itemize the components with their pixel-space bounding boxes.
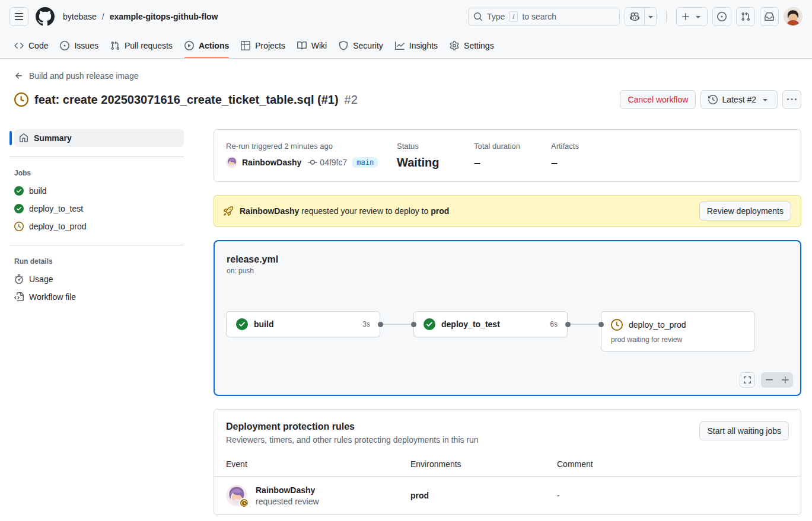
zoom-out-button[interactable] [761,372,777,388]
breadcrumb-repo-link[interactable]: example-gitops-github-flow [110,12,218,21]
usage-icon [14,274,24,284]
start-all-waiting-jobs-button[interactable]: Start all waiting jobs [699,421,789,440]
node-subtext: prod waiting for review [611,335,745,344]
tab-settings[interactable]: Settings [445,33,499,58]
trigger-info: Re-run triggered 2 minutes ago RainbowDa… [226,142,397,170]
latest-run-dropdown[interactable]: Latest #2 [700,90,778,109]
success-check-icon [14,204,24,213]
search-icon [473,12,483,21]
status-stat: Status Waiting [397,142,474,170]
reviewer-avatar [226,485,247,506]
pull-requests-button[interactable] [736,7,755,26]
review-deployments-button[interactable]: Review deployments [699,202,791,220]
fullscreen-button[interactable] [740,372,755,388]
tab-pull-requests[interactable]: Pull requests [106,33,177,58]
duration-stat: Total duration – [474,142,551,170]
protection-rules-titles: Deployment protection rules Reviewers, t… [226,421,479,445]
cancel-workflow-button[interactable]: Cancel workflow [620,90,696,109]
graph-controls [740,372,793,388]
tab-wiki[interactable]: Wiki [292,33,332,58]
tab-label: Issues [74,41,98,50]
zoom-out-icon [765,375,774,385]
code-icon [14,41,24,50]
kebab-icon [787,95,797,104]
waiting-clock-icon [14,222,24,231]
sidebar-item-workflow-file[interactable]: Workflow file [9,288,184,306]
artifacts-stat: Artifacts – [551,142,628,170]
tab-code[interactable]: Code [9,33,53,58]
breadcrumb: bytebase / example-gitops-github-flow [63,12,218,21]
tab-label: Settings [464,41,494,50]
banner-user: RainbowDashy [240,206,299,216]
wiki-icon [297,41,307,50]
trigger-text: Re-run triggered 2 minutes ago [226,142,397,151]
create-new-button[interactable] [676,7,708,26]
sidebar-job-deploy-to-prod[interactable]: deploy_to_prod [9,218,184,235]
copilot-dropdown-button[interactable] [644,8,656,25]
github-logo[interactable] [36,7,55,26]
projects-icon [241,41,250,50]
tab-actions[interactable]: Actions [180,33,234,58]
settings-icon [450,41,459,50]
node-duration: 3s [362,320,370,328]
artifacts-value: – [551,156,628,170]
caret-down-icon [693,12,703,21]
edge-dot [411,322,416,327]
user-avatar-image [784,8,802,26]
pull-request-icon [741,12,750,21]
node-label: deploy_to_prod [629,320,686,330]
user-avatar[interactable] [784,7,803,26]
sidebar-job-deploy-to-test[interactable]: deploy_to_test [9,200,184,218]
tab-label: Insights [409,41,438,50]
hamburger-menu-button[interactable] [9,7,28,26]
graph-node-build[interactable]: build 3s [226,311,380,337]
protection-rules-subtitle: Reviewers, timers, and other rules prote… [226,435,479,445]
tab-issues[interactable]: Issues [55,33,103,58]
issues-button[interactable] [712,7,731,26]
graph-node-deploy-to-test[interactable]: deploy_to_test 6s [413,311,568,337]
reviewer-name-link[interactable]: RainbowDashy [256,485,315,495]
success-check-icon [423,318,435,330]
breadcrumb-separator: / [102,12,104,21]
tab-security[interactable]: Security [334,33,388,58]
edge-dot [598,322,604,327]
search-input[interactable]: Type / to search [468,8,620,25]
zoom-in-button[interactable] [777,372,793,388]
graph-node-deploy-to-prod[interactable]: deploy_to_prod prod waiting for review [601,311,755,351]
search-placeholder-word: Type [487,12,505,21]
inbox-button[interactable] [760,7,779,26]
artifacts-label: Artifacts [551,142,628,151]
edge-dot [565,322,571,327]
actor-avatar[interactable] [226,156,238,168]
copilot-button[interactable] [625,8,644,25]
slash-key-hint: / [509,11,518,22]
run-options-button[interactable] [782,90,801,109]
column-header-comment: Comment [557,459,789,469]
home-icon [19,133,28,143]
review-request-banner: RainbowDashy requested your review to de… [214,195,801,227]
workflow-file-icon [14,292,24,302]
back-to-workflow-link[interactable]: Build and push release image [14,71,138,81]
back-link-label: Build and push release image [29,71,138,81]
usage-label: Usage [29,274,53,284]
environment-value: prod [410,491,557,500]
copilot-split-button [625,7,657,26]
tab-insights[interactable]: Insights [390,33,442,58]
graph-edge [568,311,601,337]
tab-projects[interactable]: Projects [236,33,290,58]
sidebar-item-usage[interactable]: Usage [9,270,184,288]
sidebar-job-build[interactable]: build [9,182,184,200]
rocket-icon [224,206,233,216]
actor-row: RainbowDashy 04f9fc7 main [226,156,397,168]
sidebar-item-summary[interactable]: Summary [14,129,184,147]
comment-value: - [557,491,789,500]
actor-name-link[interactable]: RainbowDashy [242,158,301,167]
branch-badge[interactable]: main [352,157,378,168]
status-value: Waiting [397,156,474,170]
workflow-file-name: release.yml [227,254,788,265]
hamburger-icon [14,12,24,21]
content-grid: Summary Jobs build deploy_to_test deploy… [0,129,812,515]
tab-label: Projects [255,41,285,50]
commit-sha-link[interactable]: 04f9fc7 [320,158,347,167]
breadcrumb-owner-link[interactable]: bytebase [63,12,97,21]
